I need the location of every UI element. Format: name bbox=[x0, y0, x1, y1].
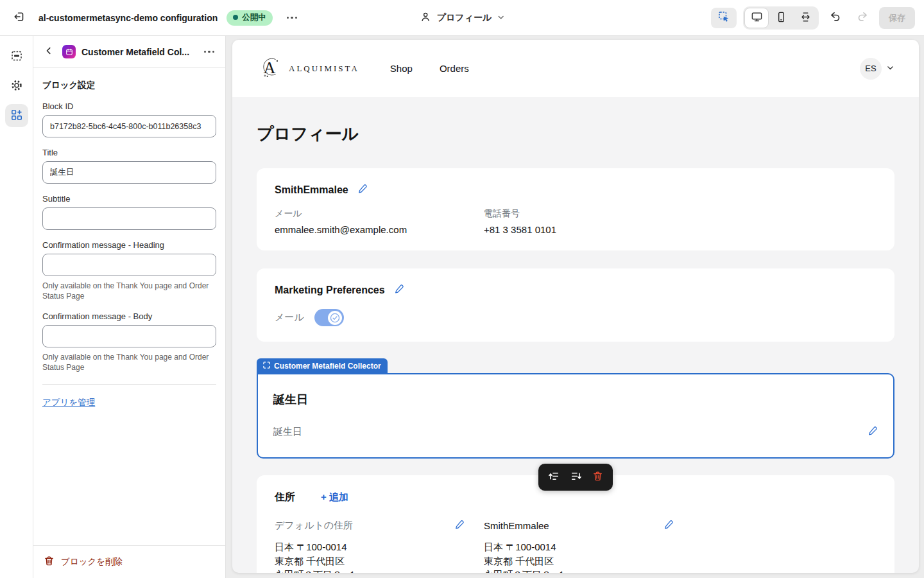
page-title: プロフィール bbox=[257, 123, 894, 145]
block-id-input[interactable] bbox=[42, 115, 216, 137]
back-button[interactable] bbox=[41, 44, 56, 60]
confirmation-body-input[interactable] bbox=[42, 325, 216, 347]
address-title: 住所 bbox=[275, 491, 295, 504]
chevron-left-icon bbox=[44, 46, 53, 57]
topbar: al-customermetasync-demo configuration 公… bbox=[0, 0, 924, 36]
storefront-nav: Shop Orders bbox=[390, 63, 469, 74]
edit-metafield-button[interactable] bbox=[868, 426, 878, 438]
theme-title: al-customermetasync-demo configuration bbox=[38, 13, 218, 23]
app-block-tab[interactable]: Customer Metafield Collector bbox=[257, 358, 388, 373]
undo-icon bbox=[829, 10, 842, 25]
edit-default-address-button[interactable] bbox=[454, 520, 465, 532]
delete-block-button[interactable]: ブロックを削除 bbox=[33, 545, 225, 578]
theme-editor: al-customermetasync-demo configuration 公… bbox=[0, 0, 924, 578]
language-selector[interactable]: ES bbox=[860, 58, 894, 80]
mobile-preview-button[interactable] bbox=[769, 8, 793, 28]
email-label: メール bbox=[275, 208, 465, 220]
email-marketing-toggle[interactable] bbox=[314, 309, 344, 326]
page-selector[interactable]: プロフィール bbox=[420, 0, 505, 36]
ellipsis-icon bbox=[204, 51, 215, 53]
fullwidth-icon bbox=[800, 11, 812, 25]
selection-brackets-icon bbox=[263, 362, 270, 371]
editor-rail bbox=[0, 36, 33, 578]
rail-theme-settings-button[interactable] bbox=[5, 74, 28, 98]
logo-word: ALQUIMISTA bbox=[289, 64, 359, 74]
exit-icon bbox=[13, 10, 26, 25]
ellipsis-icon bbox=[287, 17, 298, 19]
phone-label: 電話番号 bbox=[484, 208, 877, 220]
rail-sections-button[interactable] bbox=[5, 45, 28, 68]
app-icon bbox=[62, 45, 76, 58]
desktop-preview-button[interactable] bbox=[744, 8, 769, 28]
marketing-card: Marketing Preferences メール bbox=[257, 268, 894, 342]
remove-block-button[interactable] bbox=[589, 469, 606, 486]
chevron-down-icon bbox=[886, 63, 894, 74]
title-input[interactable] bbox=[42, 161, 216, 184]
app-blocks-icon bbox=[10, 109, 23, 123]
storefront-preview: A ALQUIMISTA Shop Orders ES プロフィー bbox=[232, 40, 919, 573]
move-down-icon bbox=[570, 470, 582, 484]
address-lines: 日本 〒100-0014 東京都 千代田区 永田町２丁目３−１ Smith Em… bbox=[275, 540, 465, 573]
customer-name: SmithEmmalee bbox=[275, 184, 348, 196]
block-options-button[interactable] bbox=[201, 44, 218, 60]
inspect-mode-button[interactable] bbox=[711, 8, 737, 28]
gear-icon bbox=[10, 79, 23, 94]
confirmation-body-label: Confirmation message - Body bbox=[42, 311, 216, 321]
theme-options-button[interactable] bbox=[282, 8, 302, 28]
status-dot-icon bbox=[233, 15, 238, 20]
address-lines: 日本 〒100-0014 東京都 千代田区 永田町２丁目３−１ +81 (3) … bbox=[484, 540, 674, 573]
confirmation-heading-label: Confirmation message - Heading bbox=[42, 240, 216, 250]
mobile-icon bbox=[775, 11, 787, 25]
marketing-title: Marketing Preferences bbox=[275, 285, 385, 296]
move-block-down-button[interactable] bbox=[567, 469, 584, 486]
pencil-icon bbox=[868, 426, 878, 438]
move-up-icon bbox=[548, 470, 560, 484]
address-entry-default: デフォルトの住所 bbox=[275, 520, 465, 573]
subtitle-input[interactable] bbox=[42, 207, 216, 230]
preview-canvas: A ALQUIMISTA Shop Orders ES プロフィー bbox=[226, 36, 924, 578]
subtitle-label: Subtitle bbox=[42, 194, 216, 204]
metafield-collector-block[interactable]: 誕生日 誕生日 bbox=[257, 373, 894, 459]
block-settings-panel: Customer Metafield Col... ブロック設定 Block I… bbox=[33, 36, 226, 578]
page-selector-label: プロフィール bbox=[437, 12, 492, 24]
undo-button[interactable] bbox=[825, 8, 846, 28]
nav-link-orders[interactable]: Orders bbox=[440, 63, 469, 74]
pencil-icon bbox=[663, 520, 674, 532]
settings-section-title: ブロック設定 bbox=[42, 80, 216, 91]
chevron-down-icon bbox=[497, 13, 504, 23]
rail-app-embeds-button[interactable] bbox=[5, 104, 28, 127]
email-value: emmalee.smith@example.com bbox=[275, 224, 465, 235]
edit-secondary-address-button[interactable] bbox=[663, 520, 674, 532]
save-button[interactable]: 保存 bbox=[879, 7, 915, 29]
manage-app-link[interactable]: アプリを管理 bbox=[42, 398, 95, 407]
fullwidth-preview-button[interactable] bbox=[793, 8, 817, 28]
add-address-link[interactable]: + 追加 bbox=[321, 491, 348, 504]
move-block-up-button[interactable] bbox=[545, 469, 562, 486]
confirmation-heading-help: Only available on the Thank You page and… bbox=[42, 281, 216, 301]
device-preview-group bbox=[743, 6, 819, 30]
status-badge: 公開中 bbox=[227, 10, 273, 26]
redo-button[interactable] bbox=[852, 8, 873, 28]
confirmation-body-help: Only available on the Thank You page and… bbox=[42, 352, 216, 372]
edit-profile-button[interactable] bbox=[357, 184, 368, 196]
confirmation-heading-input[interactable] bbox=[42, 254, 216, 276]
logo-mark-icon: A bbox=[257, 54, 284, 83]
person-icon bbox=[420, 11, 432, 25]
block-action-toolbar bbox=[538, 464, 613, 491]
metafield-field-label: 誕生日 bbox=[273, 426, 302, 438]
trash-icon bbox=[592, 471, 603, 484]
redo-icon bbox=[856, 10, 869, 25]
title-label: Title bbox=[42, 148, 216, 157]
sections-icon bbox=[10, 49, 23, 64]
desktop-icon bbox=[751, 11, 763, 25]
address-entry-secondary: SmithEmmalee bbox=[484, 520, 674, 573]
edit-marketing-button[interactable] bbox=[394, 284, 404, 296]
store-logo[interactable]: A ALQUIMISTA bbox=[257, 54, 359, 83]
marketing-email-label: メール bbox=[275, 311, 304, 324]
svg-text:A: A bbox=[264, 58, 276, 76]
exit-editor-button[interactable] bbox=[9, 8, 30, 28]
inspector-icon bbox=[717, 10, 730, 25]
metafield-block-title: 誕生日 bbox=[273, 392, 878, 407]
nav-link-shop[interactable]: Shop bbox=[390, 63, 413, 74]
phone-value: +81 3 3581 0101 bbox=[484, 224, 877, 235]
